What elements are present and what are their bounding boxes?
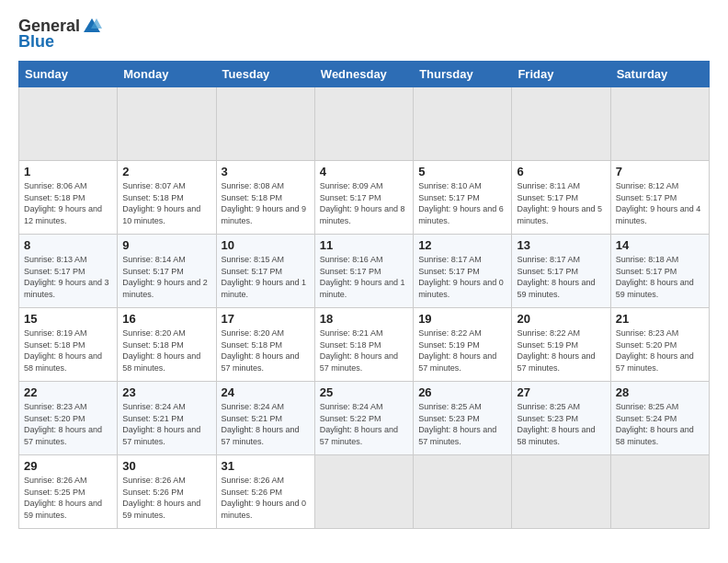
day-number: 14 xyxy=(616,238,704,252)
day-number: 1 xyxy=(24,165,112,178)
col-header-wednesday: Wednesday xyxy=(314,62,413,87)
calendar-cell: 3Sunrise: 8:08 AMSunset: 5:18 PMDaylight… xyxy=(216,161,314,235)
calendar-cell: 9Sunrise: 8:14 AMSunset: 5:17 PMDaylight… xyxy=(118,235,216,308)
day-number: 26 xyxy=(418,385,506,399)
calendar-cell: 28Sunrise: 8:25 AMSunset: 5:24 PMDayligh… xyxy=(610,382,709,455)
day-info: Sunrise: 8:20 AMSunset: 5:18 PMDaylight:… xyxy=(222,327,310,373)
calendar-cell: 21Sunrise: 8:23 AMSunset: 5:20 PMDayligh… xyxy=(610,308,709,382)
day-info: Sunrise: 8:25 AMSunset: 5:23 PMDaylight:… xyxy=(517,401,605,447)
day-info: Sunrise: 8:26 AMSunset: 5:26 PMDaylight:… xyxy=(222,475,310,521)
col-header-thursday: Thursday xyxy=(414,62,512,87)
day-number: 19 xyxy=(418,312,506,326)
calendar-cell: 17Sunrise: 8:20 AMSunset: 5:18 PMDayligh… xyxy=(216,308,314,382)
day-info: Sunrise: 8:13 AMSunset: 5:17 PMDaylight:… xyxy=(24,254,112,300)
day-number: 9 xyxy=(122,238,210,252)
day-info: Sunrise: 8:17 AMSunset: 5:17 PMDaylight:… xyxy=(517,254,605,300)
day-number: 18 xyxy=(320,312,408,326)
header: General Blue xyxy=(18,17,710,52)
calendar-cell: 26Sunrise: 8:25 AMSunset: 5:23 PMDayligh… xyxy=(414,382,512,455)
calendar-cell: 13Sunrise: 8:17 AMSunset: 5:17 PMDayligh… xyxy=(512,235,610,308)
day-number: 15 xyxy=(24,312,112,326)
calendar-cell xyxy=(414,87,512,161)
day-number: 25 xyxy=(320,385,408,399)
day-number: 2 xyxy=(122,165,210,178)
day-info: Sunrise: 8:06 AMSunset: 5:18 PMDaylight:… xyxy=(24,180,112,226)
calendar-cell xyxy=(414,455,512,529)
calendar-cell xyxy=(118,87,216,161)
day-info: Sunrise: 8:26 AMSunset: 5:25 PMDaylight:… xyxy=(24,475,112,521)
day-number: 7 xyxy=(616,165,704,178)
calendar-cell: 8Sunrise: 8:13 AMSunset: 5:17 PMDaylight… xyxy=(19,235,118,308)
day-number: 27 xyxy=(517,385,605,399)
day-info: Sunrise: 8:21 AMSunset: 5:18 PMDaylight:… xyxy=(320,327,408,373)
day-info: Sunrise: 8:07 AMSunset: 5:18 PMDaylight:… xyxy=(122,180,210,226)
day-number: 22 xyxy=(24,385,112,399)
day-number: 6 xyxy=(517,165,605,178)
calendar-cell xyxy=(512,87,610,161)
day-number: 21 xyxy=(616,312,704,326)
calendar-cell: 25Sunrise: 8:24 AMSunset: 5:22 PMDayligh… xyxy=(314,382,413,455)
day-number: 23 xyxy=(122,385,210,399)
calendar-cell xyxy=(314,455,413,529)
calendar-cell: 22Sunrise: 8:23 AMSunset: 5:20 PMDayligh… xyxy=(19,382,118,455)
calendar-cell: 2Sunrise: 8:07 AMSunset: 5:18 PMDaylight… xyxy=(118,161,216,235)
day-info: Sunrise: 8:26 AMSunset: 5:26 PMDaylight:… xyxy=(122,475,210,521)
day-info: Sunrise: 8:08 AMSunset: 5:18 PMDaylight:… xyxy=(222,180,310,226)
day-info: Sunrise: 8:25 AMSunset: 5:23 PMDaylight:… xyxy=(418,401,506,447)
day-info: Sunrise: 8:16 AMSunset: 5:17 PMDaylight:… xyxy=(320,254,408,300)
day-info: Sunrise: 8:15 AMSunset: 5:17 PMDaylight:… xyxy=(222,254,310,300)
day-number: 12 xyxy=(418,238,506,252)
calendar-cell: 29Sunrise: 8:26 AMSunset: 5:25 PMDayligh… xyxy=(19,455,118,529)
day-number: 24 xyxy=(222,385,310,399)
calendar-cell: 7Sunrise: 8:12 AMSunset: 5:17 PMDaylight… xyxy=(610,161,709,235)
logo-blue-text: Blue xyxy=(18,32,54,52)
logo: General Blue xyxy=(18,17,102,52)
calendar-cell: 30Sunrise: 8:26 AMSunset: 5:26 PMDayligh… xyxy=(118,455,216,529)
calendar-cell: 24Sunrise: 8:24 AMSunset: 5:21 PMDayligh… xyxy=(216,382,314,455)
day-info: Sunrise: 8:22 AMSunset: 5:19 PMDaylight:… xyxy=(418,327,506,373)
calendar-cell: 12Sunrise: 8:17 AMSunset: 5:17 PMDayligh… xyxy=(414,235,512,308)
day-info: Sunrise: 8:23 AMSunset: 5:20 PMDaylight:… xyxy=(24,401,112,447)
calendar-cell xyxy=(216,87,314,161)
calendar-cell: 1Sunrise: 8:06 AMSunset: 5:18 PMDaylight… xyxy=(19,161,118,235)
calendar-cell: 18Sunrise: 8:21 AMSunset: 5:18 PMDayligh… xyxy=(314,308,413,382)
day-info: Sunrise: 8:20 AMSunset: 5:18 PMDaylight:… xyxy=(122,327,210,373)
day-number: 29 xyxy=(24,459,112,473)
logo-icon xyxy=(82,16,102,36)
day-info: Sunrise: 8:11 AMSunset: 5:17 PMDaylight:… xyxy=(517,180,605,226)
day-number: 5 xyxy=(418,165,506,178)
calendar-cell: 16Sunrise: 8:20 AMSunset: 5:18 PMDayligh… xyxy=(118,308,216,382)
day-info: Sunrise: 8:24 AMSunset: 5:21 PMDaylight:… xyxy=(222,401,310,447)
calendar-cell xyxy=(610,455,709,529)
col-header-saturday: Saturday xyxy=(610,62,709,87)
calendar-cell: 14Sunrise: 8:18 AMSunset: 5:17 PMDayligh… xyxy=(610,235,709,308)
calendar-cell: 6Sunrise: 8:11 AMSunset: 5:17 PMDaylight… xyxy=(512,161,610,235)
calendar-cell: 10Sunrise: 8:15 AMSunset: 5:17 PMDayligh… xyxy=(216,235,314,308)
day-number: 3 xyxy=(222,165,310,178)
day-info: Sunrise: 8:22 AMSunset: 5:19 PMDaylight:… xyxy=(517,327,605,373)
day-info: Sunrise: 8:12 AMSunset: 5:17 PMDaylight:… xyxy=(616,180,704,226)
day-info: Sunrise: 8:24 AMSunset: 5:21 PMDaylight:… xyxy=(122,401,210,447)
day-info: Sunrise: 8:23 AMSunset: 5:20 PMDaylight:… xyxy=(616,327,704,373)
day-number: 8 xyxy=(24,238,112,252)
day-number: 4 xyxy=(320,165,408,178)
calendar-cell xyxy=(314,87,413,161)
day-info: Sunrise: 8:17 AMSunset: 5:17 PMDaylight:… xyxy=(418,254,506,300)
col-header-sunday: Sunday xyxy=(19,62,118,87)
day-number: 31 xyxy=(222,459,310,473)
day-info: Sunrise: 8:14 AMSunset: 5:17 PMDaylight:… xyxy=(122,254,210,300)
calendar-cell: 4Sunrise: 8:09 AMSunset: 5:17 PMDaylight… xyxy=(314,161,413,235)
day-info: Sunrise: 8:24 AMSunset: 5:22 PMDaylight:… xyxy=(320,401,408,447)
day-number: 20 xyxy=(517,312,605,326)
col-header-tuesday: Tuesday xyxy=(216,62,314,87)
calendar-cell: 19Sunrise: 8:22 AMSunset: 5:19 PMDayligh… xyxy=(414,308,512,382)
day-info: Sunrise: 8:09 AMSunset: 5:17 PMDaylight:… xyxy=(320,180,408,226)
day-number: 30 xyxy=(122,459,210,473)
day-info: Sunrise: 8:19 AMSunset: 5:18 PMDaylight:… xyxy=(24,327,112,373)
day-number: 13 xyxy=(517,238,605,252)
day-number: 16 xyxy=(122,312,210,326)
day-number: 17 xyxy=(222,312,310,326)
day-info: Sunrise: 8:10 AMSunset: 5:17 PMDaylight:… xyxy=(418,180,506,226)
day-info: Sunrise: 8:25 AMSunset: 5:24 PMDaylight:… xyxy=(616,401,704,447)
calendar-cell: 23Sunrise: 8:24 AMSunset: 5:21 PMDayligh… xyxy=(118,382,216,455)
